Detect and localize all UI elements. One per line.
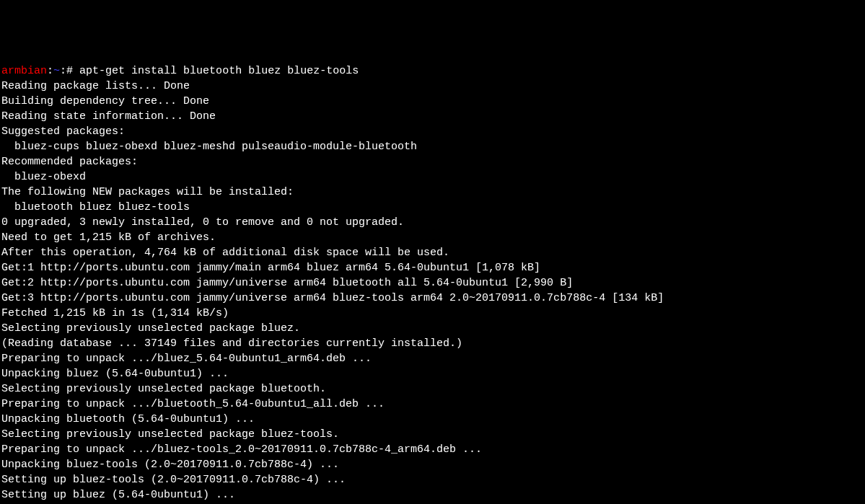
output-line: Need to get 1,215 kB of archives. — [1, 231, 216, 244]
output-line: Unpacking bluetooth (5.64-0ubuntu1) ... — [1, 413, 255, 425]
output-line: bluetooth bluez bluez-tools — [1, 201, 190, 213]
output-line: Recommended packages: — [1, 156, 138, 168]
output-line: Preparing to unpack .../bluez-tools_2.0~… — [1, 443, 482, 456]
prompt-host: armbian — [1, 65, 47, 77]
output-line: (Reading database ... 37149 files and di… — [1, 337, 462, 350]
output-line: bluez-obexd — [1, 171, 86, 183]
output-line: Setting up bluez-tools (2.0~20170911.0.7… — [1, 474, 346, 486]
output-line: Building dependency tree... Done — [1, 95, 209, 107]
output-line: Selecting previously unselected package … — [1, 322, 300, 335]
output-line: 0 upgraded, 3 newly installed, 0 to remo… — [1, 216, 404, 229]
output-line: Fetched 1,215 kB in 1s (1,314 kB/s) — [1, 307, 229, 319]
output-line: After this operation, 4,764 kB of additi… — [1, 247, 449, 259]
prompt-line-1: armbian:~:# apt-get install bluetooth bl… — [1, 65, 359, 77]
output-line: Selecting previously unselected package … — [1, 383, 326, 395]
output-line: Reading state information... Done — [1, 110, 216, 123]
prompt-hash: # — [66, 65, 73, 77]
output-line: Unpacking bluez (5.64-0ubuntu1) ... — [1, 368, 229, 380]
output-line: Get:3 http://ports.ubuntu.com jammy/univ… — [1, 292, 664, 304]
terminal-output[interactable]: armbian:~:# apt-get install bluetooth bl… — [1, 63, 864, 504]
output-line: Preparing to unpack .../bluez_5.64-0ubun… — [1, 353, 372, 365]
prompt-sep2: : — [60, 65, 66, 77]
command-text: apt-get install bluetooth bluez bluez-to… — [79, 65, 359, 77]
output-line: Selecting previously unselected package … — [1, 428, 339, 441]
output-line: Preparing to unpack .../bluetooth_5.64-0… — [1, 398, 385, 410]
output-line: Setting up bluez (5.64-0ubuntu1) ... — [1, 489, 235, 501]
output-line: bluez-cups bluez-obexd bluez-meshd pulse… — [1, 141, 417, 153]
prompt-path: ~ — [53, 65, 60, 77]
prompt-sep1: : — [47, 65, 53, 77]
output-line: Get:1 http://ports.ubuntu.com jammy/main… — [1, 262, 540, 274]
output-line: Reading package lists... Done — [1, 80, 190, 92]
output-line: Suggested packages: — [1, 125, 125, 138]
output-line: Unpacking bluez-tools (2.0~20170911.0.7c… — [1, 459, 339, 471]
output-line: The following NEW packages will be insta… — [1, 186, 294, 198]
output-line: Get:2 http://ports.ubuntu.com jammy/univ… — [1, 277, 573, 289]
